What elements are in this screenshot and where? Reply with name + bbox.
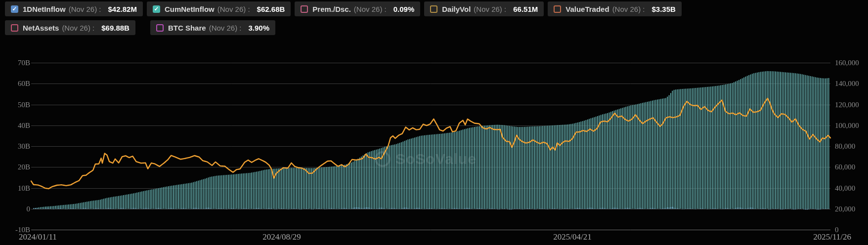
x-axis-date-label: 2025/11/26	[813, 233, 851, 241]
right-axis-tick: 40,000	[835, 185, 855, 192]
legend-row-secondary: NetAssets(Nov 26) :$69.88BBTC Share(Nov …	[5, 20, 275, 35]
legend-date-suffix: (Nov 26) :	[217, 5, 250, 13]
right-axis-tick: 80,000	[835, 143, 855, 150]
right-axis-tick: 60,000	[835, 163, 855, 171]
legend-series-value: $42.82M	[108, 5, 137, 13]
legend-date-suffix: (Nov 26) :	[62, 24, 94, 32]
checkbox-1dnetinflow-checked[interactable]: ✓	[11, 5, 18, 13]
legend-series-name: DailyVol	[442, 5, 471, 13]
legend-item-netassets[interactable]: NetAssets(Nov 26) :$69.88B	[5, 20, 135, 35]
legend-series-value: $69.88B	[101, 24, 130, 32]
legend-series-name: BTC Share	[168, 24, 206, 32]
x-axis-date-label: 2025/04/21	[553, 233, 591, 241]
left-axis-tick: 30B	[5, 143, 30, 150]
checkbox-dailyvol-unchecked[interactable]	[430, 5, 437, 13]
legend-item-1dnetinflow[interactable]: ✓1DNetInflow(Nov 26) :$42.82M	[5, 1, 143, 16]
left-axis-tick: 40B	[5, 122, 30, 129]
checkbox-cumnetinflow-checked[interactable]: ✓	[153, 5, 160, 13]
checkbox-netassets-unchecked[interactable]	[11, 24, 18, 32]
right-axis-tick: 100,000	[835, 122, 859, 129]
legend-series-name: CumNetInflow	[165, 5, 215, 13]
legend-date-suffix: (Nov 26) :	[354, 5, 387, 13]
legend-series-value: 0.09%	[393, 5, 415, 13]
legend-series-value: $62.68B	[257, 5, 285, 13]
checkbox-prem-dsc-unchecked[interactable]	[301, 5, 308, 13]
legend-series-value: 66.51M	[513, 5, 538, 13]
right-axis-tick: 140,000	[835, 80, 859, 87]
legend-series-name: 1DNetInflow	[23, 5, 66, 13]
legend-item-prem-dsc[interactable]: Prem./Dsc.(Nov 26) :0.09%	[295, 1, 420, 16]
checkbox-valuetraded-unchecked[interactable]	[554, 5, 561, 13]
flow-chart-canvas[interactable]	[0, 0, 868, 245]
legend-series-value: $3.35B	[651, 5, 675, 13]
right-axis-tick: 20,000	[835, 205, 855, 213]
left-axis-tick: 20B	[5, 163, 30, 171]
right-axis-tick: 120,000	[835, 101, 859, 109]
legend-item-dailyvol[interactable]: DailyVol(Nov 26) :66.51M	[424, 1, 544, 16]
legend-series-name: ValueTraded	[565, 5, 609, 13]
left-axis-tick: 0	[5, 205, 30, 213]
legend-date-suffix: (Nov 26) :	[612, 5, 645, 13]
btc-etf-flow-dashboard: { "legend": { "date_tag": "(Nov 26) :", …	[0, 0, 868, 245]
legend-item-btc-share[interactable]: BTC Share(Nov 26) :3.90%	[150, 20, 275, 35]
legend-date-suffix: (Nov 26) :	[474, 5, 506, 13]
legend-series-name: NetAssets	[23, 24, 59, 32]
checkbox-btc-share-unchecked[interactable]	[156, 24, 164, 32]
right-axis-tick: 160,000	[835, 59, 859, 67]
left-axis-tick: 10B	[5, 185, 30, 192]
legend-series-value: 3.90%	[249, 24, 270, 32]
legend-item-valuetraded[interactable]: ValueTraded(Nov 26) :$3.35B	[548, 1, 682, 16]
left-axis-tick: 70B	[5, 59, 30, 67]
legend-series-name: Prem./Dsc.	[312, 5, 351, 13]
legend-date-suffix: (Nov 26) :	[209, 24, 242, 32]
x-axis-date-label: 2024/08/29	[262, 233, 301, 241]
legend-row-primary: ✓1DNetInflow(Nov 26) :$42.82M✓CumNetInfl…	[5, 1, 682, 16]
left-axis-tick: 60B	[5, 80, 30, 87]
legend-item-cumnetinflow[interactable]: ✓CumNetInflow(Nov 26) :$62.68B	[147, 1, 291, 16]
legend-date-suffix: (Nov 26) :	[69, 5, 101, 13]
x-axis-date-label: 2024/01/11	[19, 233, 57, 241]
left-axis-tick: 50B	[5, 101, 30, 109]
